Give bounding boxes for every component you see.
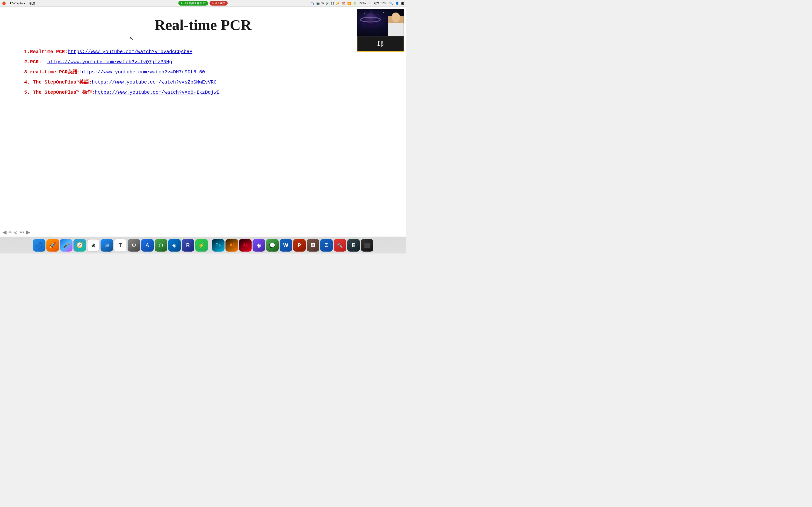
dock-item-arc[interactable]: ◉ <box>253 239 265 251</box>
dock-item-mirroring[interactable]: 🖥 <box>347 239 360 251</box>
stop-share-dot <box>212 2 214 4</box>
dock: 🔵 🚀 🎤 🧭 ⊕ ✉ T ⚙ A ⬡ ◈ R ⚡ Ps Ai Ar <box>0 237 406 253</box>
menubar: 🍎 EVCapture 录屏 你正在共享屏幕 🛡 停止共享 🐾 📷 W 🔊 🎧 … <box>0 0 406 7</box>
links-container: 1.Realtime PCR:https://www.youtube.com/w… <box>0 48 406 96</box>
shield-icon: 🛡 <box>203 2 206 5</box>
link-item-1: 1.Realtime PCR:https://www.youtube.com/w… <box>24 48 406 56</box>
svg-rect-14 <box>388 23 404 36</box>
nav-eraser-icon[interactable]: ⊘ <box>14 230 18 235</box>
system-prefs-icon: ⚙ <box>132 242 136 248</box>
dock-item-preview[interactable]: 🖼 <box>307 239 319 251</box>
dock-item-word[interactable]: W <box>280 239 292 251</box>
battery-percent: 100% <box>358 2 366 5</box>
dock-item-mail[interactable]: ✉ <box>101 239 113 251</box>
preview-icon: 🖼 <box>311 242 315 248</box>
mirroring-icon: 🖥 <box>351 242 356 248</box>
dock-item-ai[interactable]: Ai <box>225 239 238 251</box>
link-4-label: 4. The StepOnePlus™英語: <box>24 79 92 85</box>
dock-item-evcapture[interactable]: 🔧 <box>334 239 346 251</box>
chrome-icon: ⊕ <box>91 242 95 248</box>
nav-back-arrow[interactable]: ◀ <box>2 229 6 235</box>
keyboard-icon: ⌨️ <box>368 2 371 5</box>
clock-time: 周六 19:59 <box>373 1 387 5</box>
dock-item-system[interactable]: ⚙ <box>128 239 140 251</box>
dock-item-messages[interactable]: 💬 <box>266 239 278 251</box>
link-3-label: 3.real-time PCR英語: <box>24 69 80 75</box>
dock-item-appstore[interactable]: A <box>141 239 154 251</box>
vscode-icon: ◈ <box>172 242 176 248</box>
dock-item-vscode[interactable]: ◈ <box>168 239 181 251</box>
dock-item-finder[interactable]: 🔵 <box>33 239 45 251</box>
dock-item-green[interactable]: ⬡ <box>155 239 167 251</box>
ai-icon: Ai <box>230 243 234 248</box>
share-dot <box>181 2 183 4</box>
stop-share-button[interactable]: 停止共享 <box>209 1 227 6</box>
svg-point-9 <box>364 13 377 26</box>
dock-item-r[interactable]: R <box>182 239 194 251</box>
ar-icon: Ar <box>243 243 248 248</box>
textedit-icon: T <box>119 242 122 248</box>
dock-item-zoom[interactable]: Z <box>320 239 333 251</box>
finder-icon: 🔵 <box>36 242 43 249</box>
link-item-3: 3.real-time PCR英語:https://www.youtube.co… <box>24 68 406 76</box>
menubar-left: 🍎 EVCapture 录屏 <box>2 1 35 6</box>
nav-pencil-icon[interactable]: ✏ <box>8 230 12 235</box>
word-icon: W <box>283 242 288 248</box>
menu-grid-icon[interactable]: ⊞ <box>401 1 404 5</box>
safari-icon: 🧭 <box>77 242 83 248</box>
green-app-icon: ⬡ <box>159 242 163 248</box>
apple-menu[interactable]: 🍎 <box>2 1 6 5</box>
nav-arrows: ◀ ✏ ⊘ ••• ▶ <box>2 229 30 235</box>
dock-item-textedit[interactable]: T <box>114 239 126 251</box>
svg-point-13 <box>392 12 400 22</box>
svg-point-1 <box>364 13 365 14</box>
dock-item-siri[interactable]: 🎤 <box>60 239 72 251</box>
pycharm-icon: ⚡ <box>198 242 204 248</box>
nav-dots-icon[interactable]: ••• <box>19 230 24 235</box>
dock-item-safari[interactable]: 🧭 <box>73 239 86 251</box>
app-name[interactable]: EVCapture <box>10 1 26 5</box>
dock-item-ppt[interactable]: P <box>293 239 306 251</box>
camera-overlay: 邱 <box>357 9 404 52</box>
link-2-url[interactable]: https://www.youtube.com/watch?v=fvQ7jfzP… <box>47 59 172 65</box>
dock-item-pycharm[interactable]: ⚡ <box>195 239 208 251</box>
svg-point-2 <box>371 11 372 12</box>
link-5-url[interactable]: https://www.youtube.com/watch?v=e6-IkzDq… <box>95 90 219 95</box>
link-4-url[interactable]: https://www.youtube.com/watch?v=sZbSMwEv… <box>92 79 216 85</box>
link-2-label: 2.PCR: <box>24 59 47 65</box>
svg-point-3 <box>378 14 379 15</box>
link-item-5: 5. The StepOnePlus™ 操作:https://www.youtu… <box>24 89 406 96</box>
link-item-4: 4. The StepOnePlus™英語:https://www.youtub… <box>24 78 406 86</box>
menubar-center: 你正在共享屏幕 🛡 停止共享 <box>179 1 227 6</box>
menubar-right: 🐾 📷 W 🔊 🎧 🔑 ⏰ 📶 🔋 100% ⌨️ 周六 19:59 🔍 👤 ⊞ <box>311 1 404 5</box>
menubar-icons: 🐾 📷 W 🔊 🎧 🔑 <box>311 2 340 5</box>
camera-name-panel: 邱 <box>357 37 404 52</box>
ps-icon: Ps <box>215 243 221 248</box>
link-3-url[interactable]: https://www.youtube.com/watch?v=DH7o9Df5… <box>80 69 205 75</box>
nav-forward-arrow[interactable]: ▶ <box>26 229 30 235</box>
appstore-icon: A <box>146 242 149 248</box>
cursor: ↖ <box>129 35 134 42</box>
dock-item-ar[interactable]: Ar <box>239 239 252 251</box>
search-icon[interactable]: 🔍 <box>389 1 393 5</box>
link-1-label: 1.Realtime PCR: <box>24 49 68 55</box>
launchpad-icon: 🚀 <box>49 242 56 248</box>
link-5-label: 5. The StepOnePlus™ 操作: <box>24 90 95 95</box>
wifi-icon: 📶 <box>347 2 351 5</box>
zoom-icon: Z <box>325 242 328 248</box>
dock-item-mirroring2[interactable]: ⬛ <box>361 239 373 251</box>
evcapture-icon: 🔧 <box>337 242 343 248</box>
r-icon: R <box>186 242 190 248</box>
share-indicator: 你正在共享屏幕 🛡 <box>179 1 208 6</box>
camera-bg-svg <box>357 9 404 36</box>
dock-item-chrome[interactable]: ⊕ <box>87 239 100 251</box>
user-icon[interactable]: 👤 <box>395 1 399 5</box>
dock-item-ps[interactable]: Ps <box>212 239 224 251</box>
camera-name-text: 邱 <box>377 40 384 48</box>
mirroring2-icon: ⬛ <box>364 242 370 248</box>
messages-icon: 💬 <box>269 242 275 248</box>
dock-item-launchpad[interactable]: 🚀 <box>46 239 59 251</box>
link-1-url[interactable]: https://www.youtube.com/watch?v=bvadcCQA… <box>68 49 192 55</box>
menu-recording[interactable]: 录屏 <box>29 1 35 6</box>
link-item-2: 2.PCR: https://www.youtube.com/watch?v=f… <box>24 58 406 66</box>
